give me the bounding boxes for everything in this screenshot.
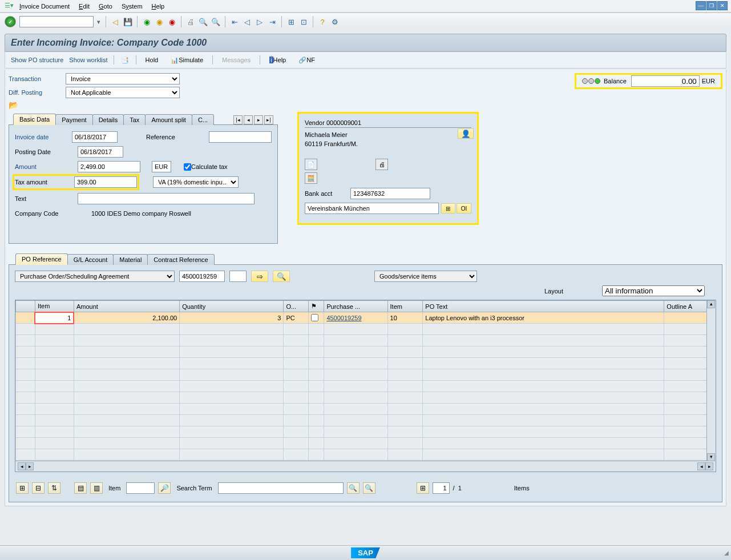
- scroll-down-icon[interactable]: ▾: [707, 453, 715, 461]
- menu-system[interactable]: System: [122, 3, 143, 10]
- sort-icon[interactable]: ⇅: [48, 482, 60, 494]
- menu-icon[interactable]: ☰▾: [5, 2, 14, 11]
- tab-amount-split[interactable]: Amount split: [145, 114, 192, 125]
- enter-icon[interactable]: ✓: [5, 16, 16, 27]
- po-item-input[interactable]: [229, 271, 247, 282]
- col-uom[interactable]: O...: [284, 301, 308, 312]
- folder-icon[interactable]: 📂: [9, 100, 20, 110]
- tab-contract-reference[interactable]: Contract Reference: [147, 254, 214, 265]
- table-settings-icon[interactable]: ⊞: [417, 482, 429, 494]
- maximize-button[interactable]: ❐: [706, 1, 717, 10]
- cell-uom[interactable]: PC: [284, 312, 308, 324]
- prev-page-icon[interactable]: ◁: [242, 17, 252, 27]
- tab-basic-data[interactable]: Basic Data: [13, 114, 56, 125]
- invoice-date-input[interactable]: [72, 131, 118, 143]
- save-icon[interactable]: ◁: [110, 17, 120, 27]
- currency-input[interactable]: [152, 161, 171, 172]
- last-page-icon[interactable]: ⇥: [267, 17, 277, 27]
- search-term-input[interactable]: [218, 482, 344, 494]
- session-icon[interactable]: ⊞: [286, 17, 296, 27]
- find-next-icon2[interactable]: 🔍: [363, 482, 375, 494]
- minimize-button[interactable]: —: [696, 1, 706, 10]
- col-po-text[interactable]: PO Text: [423, 301, 664, 312]
- col-amount[interactable]: Amount: [74, 301, 179, 312]
- po-go-icon[interactable]: ⇨: [251, 271, 268, 282]
- transaction-select[interactable]: Invoice: [66, 73, 180, 84]
- help-icon[interactable]: ?: [317, 17, 328, 27]
- next-page-icon[interactable]: ▷: [255, 17, 265, 27]
- simulate-button[interactable]: 📊Simulate: [167, 55, 207, 65]
- col-purchase[interactable]: Purchase ...: [324, 301, 387, 312]
- posting-date-input[interactable]: [78, 146, 123, 158]
- cell-flag[interactable]: [308, 312, 324, 324]
- vendor-doc-icon[interactable]: 📄: [305, 159, 317, 170]
- tab-po-reference[interactable]: PO Reference: [15, 253, 68, 265]
- scroll-up-icon[interactable]: ▴: [707, 300, 715, 308]
- scroll-left2-icon[interactable]: ◂: [697, 462, 705, 470]
- tab-tax[interactable]: Tax: [123, 114, 146, 125]
- diskette-icon[interactable]: 💾: [123, 17, 133, 27]
- menu-invoice-document[interactable]: IInvoice Documentnvoice Document: [19, 3, 70, 10]
- scroll-right2-icon[interactable]: ▸: [705, 462, 713, 470]
- filter2-icon[interactable]: ▥: [90, 482, 103, 494]
- table-row[interactable]: 1 2,100.00 3 PC 4500019259 10 Laptop Len…: [16, 312, 716, 324]
- hold-button[interactable]: Hold: [142, 55, 162, 65]
- cancel-icon[interactable]: ◉: [167, 17, 177, 27]
- col-flag[interactable]: ⚑: [308, 301, 324, 312]
- grid-hscroll[interactable]: ◂▸ ◂▸: [15, 461, 716, 472]
- tax-code-select[interactable]: VA (19% domestic inpu…: [153, 176, 239, 188]
- cell-quantity[interactable]: 3: [277, 315, 281, 321]
- tab-more[interactable]: C...: [192, 114, 214, 125]
- search-item-icon[interactable]: 🔎: [158, 482, 171, 494]
- text-input[interactable]: [78, 193, 255, 204]
- back-icon[interactable]: ◉: [142, 17, 152, 27]
- menu-edit[interactable]: Edit: [79, 3, 90, 10]
- grid-toggle-icon[interactable]: ⊞: [441, 203, 456, 213]
- col-quantity[interactable]: Quantity: [180, 301, 284, 312]
- scroll-right-icon[interactable]: ▸: [26, 462, 34, 470]
- layout-select[interactable]: All information: [602, 285, 705, 296]
- command-field[interactable]: [19, 16, 94, 27]
- cell-po-item[interactable]: 10: [387, 312, 423, 324]
- cell-po-text[interactable]: Laptop Lenovo with an i3 processor: [423, 312, 664, 324]
- tab-first-icon[interactable]: |◂: [233, 115, 243, 124]
- filter-icon[interactable]: ▤: [74, 482, 87, 494]
- tab-payment[interactable]: Payment: [55, 114, 92, 125]
- find-icon[interactable]: 🔍: [198, 17, 208, 27]
- tab-gl-account[interactable]: G/L Account: [67, 254, 114, 265]
- amount-input[interactable]: [78, 161, 140, 172]
- tab-prev-icon[interactable]: ◂: [244, 115, 253, 124]
- show-worklist-link[interactable]: Show worklist: [69, 57, 107, 63]
- oi-button[interactable]: OI: [457, 203, 471, 213]
- cell-item[interactable]: 1: [35, 312, 74, 324]
- print-icon[interactable]: 🖨: [185, 17, 196, 27]
- close-button[interactable]: ✕: [717, 1, 728, 10]
- menu-goto[interactable]: Goto: [99, 3, 112, 10]
- cell-amount[interactable]: 2,100.00: [74, 312, 179, 324]
- other-invoice-icon[interactable]: 📑: [120, 55, 130, 65]
- resize-grip-icon[interactable]: ◢: [724, 550, 729, 556]
- po-search-icon[interactable]: 🔍: [273, 271, 290, 282]
- find-icon2[interactable]: 🔍: [347, 482, 360, 494]
- show-po-structure-link[interactable]: Show PO structure: [11, 57, 63, 63]
- shortcut-icon[interactable]: ⊡: [298, 17, 309, 27]
- calculate-tax-checkbox[interactable]: [184, 163, 191, 171]
- nf-button[interactable]: 🔗NF: [295, 55, 318, 65]
- display-vendor-icon[interactable]: 👤: [458, 128, 474, 139]
- col-po-item[interactable]: Item: [387, 301, 423, 312]
- tab-last-icon[interactable]: ▸|: [264, 115, 273, 124]
- exit-icon[interactable]: ◉: [154, 17, 164, 27]
- help-button[interactable]: iHelp: [266, 55, 289, 65]
- select-all-icon[interactable]: ⊞: [16, 482, 29, 494]
- grid-vscroll[interactable]: ▴ ▾: [706, 300, 716, 461]
- tab-next-icon[interactable]: ▸: [254, 115, 263, 124]
- vendor-print-icon[interactable]: 🖨: [375, 159, 388, 170]
- col-rownum[interactable]: [16, 301, 35, 312]
- tab-material[interactable]: Material: [113, 254, 148, 265]
- goods-service-select[interactable]: Goods/service items: [374, 271, 477, 282]
- po-ref-type-select[interactable]: Purchase Order/Scheduling Agreement: [15, 271, 175, 282]
- tax-amount-input[interactable]: [74, 176, 137, 188]
- col-item[interactable]: Item: [35, 301, 74, 312]
- deselect-all-icon[interactable]: ⊟: [32, 482, 45, 494]
- item-input[interactable]: [126, 482, 155, 494]
